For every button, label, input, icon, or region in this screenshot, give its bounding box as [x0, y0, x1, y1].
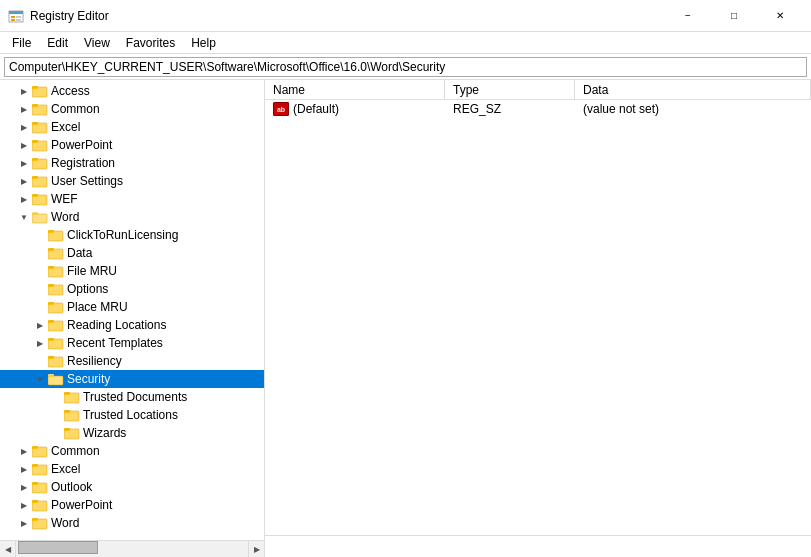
svg-rect-56 [48, 374, 54, 377]
expander-wef[interactable] [16, 191, 32, 207]
tree-item-common-top[interactable]: Common [0, 100, 264, 118]
folder-icon-word-bottom [32, 516, 48, 530]
tree-label-common-top: Common [51, 102, 100, 116]
folder-icon-common-bottom [32, 444, 48, 458]
tree-item-placemru[interactable]: Place MRU [0, 298, 264, 316]
folder-icon-wef [32, 192, 48, 206]
folder-icon-recent-templates [48, 336, 64, 350]
svg-rect-80 [32, 518, 38, 521]
tree-panel[interactable]: Access Common [0, 80, 264, 540]
svg-rect-74 [32, 482, 38, 485]
tree-item-options[interactable]: Options [0, 280, 264, 298]
maximize-button[interactable]: □ [711, 0, 757, 32]
folder-icon-word-open [32, 210, 48, 224]
svg-rect-71 [32, 464, 38, 467]
tree-horizontal-scrollbar[interactable]: ◀ ▶ [0, 540, 264, 557]
tree-label-resiliency: Resiliency [67, 354, 122, 368]
expander-user-settings[interactable] [16, 173, 32, 189]
tree-label-powerpoint: PowerPoint [51, 138, 112, 152]
menu-view[interactable]: View [76, 34, 118, 52]
svg-rect-41 [48, 284, 54, 287]
tree-item-security[interactable]: Security [0, 370, 264, 388]
expander-powerpoint[interactable] [16, 137, 32, 153]
svg-rect-44 [48, 302, 54, 305]
col-header-name: Name [265, 80, 445, 99]
tree-item-outlook[interactable]: Outlook [0, 478, 264, 496]
tree-item-access[interactable]: Access [0, 82, 264, 100]
expander-reading-locations[interactable] [32, 317, 48, 333]
h-scrollbar-thumb[interactable] [18, 541, 98, 554]
tree-scroll-area: Access Common [0, 80, 264, 540]
expander-excel-bottom[interactable] [16, 461, 32, 477]
tree-item-excel[interactable]: Excel [0, 118, 264, 136]
svg-rect-53 [48, 356, 54, 359]
tree-item-trusted-locations[interactable]: Trusted Locations [0, 406, 264, 424]
svg-rect-59 [64, 392, 70, 395]
expander-recent-templates[interactable] [32, 335, 48, 351]
folder-icon-clicktorun [48, 228, 64, 242]
tree-container: Access Common [0, 80, 265, 557]
folder-icon-trusted-documents [64, 390, 80, 404]
svg-rect-38 [48, 266, 54, 269]
tree-item-registration[interactable]: Registration [0, 154, 264, 172]
close-button[interactable]: ✕ [757, 0, 803, 32]
expander-access[interactable] [16, 83, 32, 99]
tree-item-word-bottom[interactable]: Word [0, 514, 264, 532]
svg-rect-2 [11, 16, 15, 18]
folder-icon-outlook [32, 480, 48, 494]
folder-icon-powerpoint [32, 138, 48, 152]
right-panel: Name Type Data ab (Default) REG_SZ (valu… [265, 80, 811, 557]
tree-item-trusted-documents[interactable]: Trusted Documents [0, 388, 264, 406]
minimize-button[interactable]: − [665, 0, 711, 32]
svg-rect-65 [64, 428, 70, 431]
menu-file[interactable]: File [4, 34, 39, 52]
tree-item-reading-locations[interactable]: Reading Locations [0, 316, 264, 334]
tree-item-user-settings[interactable]: User Settings [0, 172, 264, 190]
menu-help[interactable]: Help [183, 34, 224, 52]
tree-label-user-settings: User Settings [51, 174, 123, 188]
folder-icon-powerpoint-bottom [32, 498, 48, 512]
expander-excel[interactable] [16, 119, 32, 135]
tree-item-wizards[interactable]: Wizards [0, 424, 264, 442]
svg-rect-4 [16, 16, 21, 18]
tree-item-data[interactable]: Data [0, 244, 264, 262]
window-controls: − □ ✕ [665, 0, 803, 32]
expander-word-bottom[interactable] [16, 515, 32, 531]
tree-item-filemru[interactable]: File MRU [0, 262, 264, 280]
expander-security[interactable] [32, 371, 48, 387]
folder-icon-excel [32, 120, 48, 134]
svg-rect-11 [32, 104, 38, 107]
expander-word[interactable] [16, 209, 32, 225]
tree-item-excel-bottom[interactable]: Excel [0, 460, 264, 478]
tree-item-wef[interactable]: WEF [0, 190, 264, 208]
svg-rect-62 [64, 410, 70, 413]
tree-item-resiliency[interactable]: Resiliency [0, 352, 264, 370]
col-header-data: Data [575, 80, 811, 99]
tree-label-data: Data [67, 246, 92, 260]
address-input[interactable] [4, 57, 807, 77]
tree-label-common-bottom: Common [51, 444, 100, 458]
expander-outlook[interactable] [16, 479, 32, 495]
tree-item-clicktorun[interactable]: ClickToRunLicensing [0, 226, 264, 244]
tree-item-recent-templates[interactable]: Recent Templates [0, 334, 264, 352]
menu-favorites[interactable]: Favorites [118, 34, 183, 52]
expander-registration[interactable] [16, 155, 32, 171]
status-bar [265, 535, 811, 557]
tree-item-powerpoint-bottom[interactable]: PowerPoint [0, 496, 264, 514]
menu-bar: File Edit View Favorites Help [0, 32, 811, 54]
tree-label-powerpoint-bottom: PowerPoint [51, 498, 112, 512]
expander-common-bottom[interactable] [16, 443, 32, 459]
svg-rect-8 [32, 86, 38, 89]
tree-item-word[interactable]: Word [0, 208, 264, 226]
menu-edit[interactable]: Edit [39, 34, 76, 52]
cell-type: REG_SZ [445, 102, 575, 116]
table-row[interactable]: ab (Default) REG_SZ (value not set) [265, 100, 811, 118]
tree-item-powerpoint[interactable]: PowerPoint [0, 136, 264, 154]
svg-rect-5 [16, 19, 21, 21]
tree-item-common-bottom[interactable]: Common [0, 442, 264, 460]
expander-powerpoint-bottom[interactable] [16, 497, 32, 513]
tree-label-access: Access [51, 84, 90, 98]
col-header-type: Type [445, 80, 575, 99]
expander-common-top[interactable] [16, 101, 32, 117]
folder-icon-excel-bottom [32, 462, 48, 476]
